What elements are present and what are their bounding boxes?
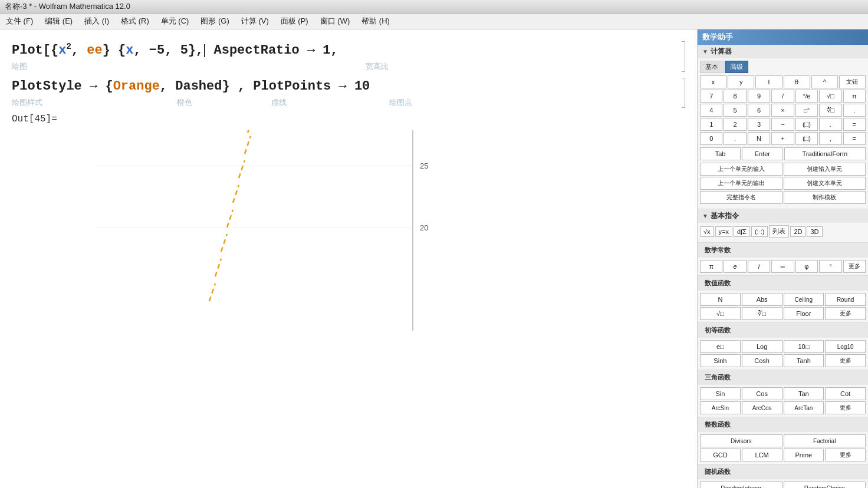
btn-degree-e[interactable]: °/e [795, 90, 818, 103]
btn-prime[interactable]: Prime [784, 449, 824, 461]
btn-dot-3[interactable]: . [843, 104, 866, 117]
btn-7[interactable]: 7 [700, 90, 722, 103]
btn-3d[interactable]: 3D [807, 226, 822, 237]
btn-arcsin[interactable]: ArcSin [700, 401, 741, 414]
btn-eq2[interactable]: = [843, 132, 866, 145]
btn-4[interactable]: 4 [700, 104, 722, 117]
btn-dot-paren[interactable]: (□) [795, 132, 818, 145]
btn-abs[interactable]: Abs [742, 293, 782, 306]
btn-text[interactable]: 文钮 [839, 75, 866, 88]
btn-cosh[interactable]: Cosh [742, 354, 782, 367]
btn-ceiling[interactable]: Ceiling [784, 293, 824, 306]
btn-divisors[interactable]: Divisors [700, 434, 782, 447]
btn-comma[interactable]: , [819, 132, 841, 145]
btn-int-more[interactable]: 更多 [825, 449, 866, 461]
section-basic-commands-header[interactable]: ▼ 基本指令 [698, 209, 868, 223]
btn-6[interactable]: 6 [748, 104, 770, 117]
btn-create-text-cell[interactable]: 创建文本单元 [784, 177, 866, 190]
btn-gcd[interactable]: GCD [700, 449, 741, 461]
menu-format[interactable]: 格式 (R) [117, 15, 153, 28]
btn-list[interactable]: 列表 [769, 225, 789, 238]
btn-N-func[interactable]: N [700, 293, 741, 306]
btn-enter[interactable]: Enter [742, 147, 782, 160]
btn-sin[interactable]: Sin [700, 387, 741, 400]
btn-sq-deg[interactable]: □° [795, 104, 818, 117]
btn-10pow[interactable]: 10□ [784, 340, 824, 353]
btn-dot-5[interactable]: . [724, 132, 746, 145]
btn-5[interactable]: 5 [724, 104, 746, 117]
btn-1[interactable]: 1 [700, 118, 722, 131]
btn-plus[interactable]: + [771, 132, 794, 145]
menu-insert[interactable]: 插入 (I) [81, 15, 113, 28]
btn-make-template[interactable]: 制作模板 [784, 191, 866, 204]
btn-const-i[interactable]: i [748, 260, 770, 273]
btn-power[interactable]: ^ [811, 75, 838, 88]
btn-sqrtx[interactable]: √x [700, 226, 714, 237]
btn-const-more[interactable]: 更多 [843, 260, 866, 273]
btn-arctan[interactable]: ArcTan [784, 401, 824, 414]
btn-sqrt[interactable]: √□ [819, 90, 841, 103]
btn-d-integral[interactable]: d∫Σ [734, 226, 750, 237]
btn-eq[interactable]: = [843, 118, 866, 131]
notebook-area[interactable]: Plot[{x2, ee} {x, −5, 5}, AspectRatio → … [0, 29, 697, 488]
btn-arccos[interactable]: ArcCos [742, 401, 782, 414]
btn-N[interactable]: N [748, 132, 770, 145]
tab-advanced[interactable]: 高级 [725, 61, 748, 73]
btn-tanh[interactable]: Tanh [784, 354, 824, 367]
btn-full-name[interactable]: 完整指令名 [700, 191, 782, 204]
btn-list-icon[interactable]: (:·:) [751, 226, 768, 237]
btn-tan[interactable]: Tan [784, 387, 824, 400]
btn-round[interactable]: Round [825, 293, 866, 306]
input-code-2[interactable]: PlotStyle → {Orange, Dashed} , PlotPoint… [6, 78, 685, 96]
btn-div[interactable]: / [771, 90, 794, 103]
btn-factorial[interactable]: Factorial [784, 434, 866, 447]
btn-const-pi[interactable]: π [700, 260, 722, 273]
btn-cot[interactable]: Cot [825, 387, 866, 400]
btn-elem-more[interactable]: 更多 [825, 354, 866, 367]
btn-pi[interactable]: π [843, 90, 866, 103]
menu-file[interactable]: 文件 (F) [2, 15, 37, 28]
btn-cbrt[interactable]: ∛□ [819, 104, 841, 117]
btn-const-inf[interactable]: ∞ [771, 260, 794, 273]
menu-palettes[interactable]: 面板 (P) [277, 15, 312, 28]
btn-prev-input[interactable]: 上一个单元的输入 [700, 163, 782, 176]
menu-cell[interactable]: 单元 (C) [157, 15, 193, 28]
btn-8[interactable]: 8 [724, 90, 746, 103]
tab-basic[interactable]: 基本 [700, 61, 724, 73]
btn-log10[interactable]: Log10 [825, 340, 866, 353]
btn-trig-more[interactable]: 更多 [825, 401, 866, 414]
btn-cbrt-box[interactable]: ∛□ [742, 307, 782, 320]
btn-3[interactable]: 3 [748, 118, 770, 131]
btn-numeric-more[interactable]: 更多 [825, 307, 866, 320]
btn-0[interactable]: 0 [700, 132, 722, 145]
btn-log[interactable]: Log [742, 340, 782, 353]
btn-const-phi[interactable]: φ [795, 260, 818, 273]
btn-y[interactable]: y [728, 75, 754, 88]
btn-tab[interactable]: Tab [700, 147, 741, 160]
btn-theta[interactable]: θ [784, 75, 810, 88]
btn-const-e[interactable]: e [724, 260, 746, 273]
btn-paren[interactable]: (□) [795, 118, 818, 131]
menu-graphics[interactable]: 图形 (G) [197, 15, 232, 28]
btn-exp[interactable]: e□ [700, 340, 741, 353]
btn-prev-output[interactable]: 上一个单元的输出 [700, 177, 782, 190]
btn-2[interactable]: 2 [724, 118, 746, 131]
btn-const-deg[interactable]: ° [819, 260, 841, 273]
btn-create-input-cell[interactable]: 创建输入单元 [784, 163, 866, 176]
btn-y-eq-x[interactable]: y=x [715, 226, 732, 237]
btn-randominteger[interactable]: RandomInteger [700, 482, 782, 488]
btn-floor[interactable]: Floor [784, 307, 824, 320]
menu-evaluate[interactable]: 计算 (V) [238, 15, 272, 28]
btn-minus[interactable]: − [771, 118, 794, 131]
menu-edit[interactable]: 编辑 (E) [41, 15, 76, 28]
btn-traditionalform[interactable]: TraditionalForm [784, 147, 866, 160]
btn-x[interactable]: x [700, 75, 726, 88]
btn-t[interactable]: t [755, 75, 782, 88]
btn-mul[interactable]: × [771, 104, 794, 117]
section-calculator-header[interactable]: ▼ 计算器 [698, 45, 868, 58]
input-code-1[interactable]: Plot[{x2, ee} {x, −5, 5}, AspectRatio → … [6, 41, 685, 60]
btn-lcm[interactable]: LCM [742, 449, 782, 461]
btn-2d[interactable]: 2D [790, 226, 805, 237]
btn-9[interactable]: 9 [748, 90, 770, 103]
btn-dot-4[interactable]: . [819, 118, 841, 131]
